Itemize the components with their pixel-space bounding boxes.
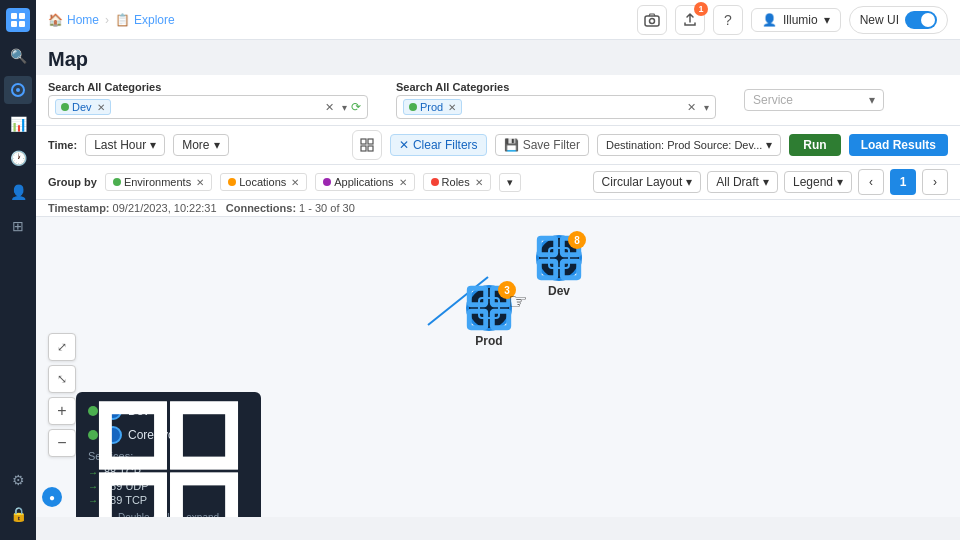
dev-tag-remove[interactable]: ✕	[97, 102, 105, 113]
sidebar-item-reports[interactable]: 📊	[4, 110, 32, 138]
groupby-row: Group by Environments ✕ Locations ✕ Appl…	[36, 165, 960, 200]
table-icon-button[interactable]	[352, 130, 382, 160]
tooltip-card: Dev CoreSvcs Services: → 88 TCP → 389 UD…	[76, 392, 261, 517]
time-label: Time:	[48, 139, 77, 151]
timestamp-value: 09/21/2023, 10:22:31	[113, 202, 217, 214]
service-arrow-3: →	[88, 495, 98, 506]
service-arrow-2: →	[88, 481, 98, 492]
illumio-menu[interactable]: 👤 Illumio ▾	[751, 8, 841, 32]
left-filter-refresh[interactable]: ⟳	[351, 100, 361, 114]
time-range-button[interactable]: Last Hour ▾	[85, 134, 165, 156]
prod-node-label: Prod	[475, 334, 502, 348]
left-filter-clear[interactable]: ✕	[321, 101, 338, 114]
prod-node-icon-wrapper: 3	[466, 285, 512, 331]
camera-button[interactable]	[637, 5, 667, 35]
right-filter-chevron[interactable]: ▾	[704, 102, 709, 113]
svg-rect-11	[368, 146, 373, 151]
dev-node-badge: 8	[568, 231, 586, 249]
sidebar-item-search[interactable]: 🔍	[4, 42, 32, 70]
dev-node[interactable]: 8 Dev	[536, 235, 582, 298]
clear-filters-button[interactable]: ✕ Clear Filters	[390, 134, 487, 156]
layout-button[interactable]: Circular Layout ▾	[593, 171, 702, 193]
upload-button[interactable]: 1	[675, 5, 705, 35]
chevron-down-icon: ▾	[824, 13, 830, 27]
connections-label: Connections:	[226, 202, 296, 214]
timestamp-bar: Timestamp: 09/21/2023, 10:22:31 Connecti…	[36, 200, 960, 217]
tooltip-service-1: → 88 TCP	[88, 466, 249, 478]
left-filter-chevron[interactable]: ▾	[342, 102, 347, 113]
prod-tag[interactable]: Prod ✕	[403, 99, 462, 115]
prod-node[interactable]: 3 Prod	[466, 285, 512, 348]
breadcrumb: 🏠 Home › 📋 Explore	[48, 13, 175, 27]
center-button[interactable]: ●	[42, 487, 62, 507]
right-filter-input[interactable]: Prod ✕ ✕ ▾	[396, 95, 716, 119]
group-roles[interactable]: Roles ✕	[423, 173, 491, 191]
dev-tag[interactable]: Dev ✕	[55, 99, 111, 115]
svg-point-7	[649, 18, 654, 23]
prod-node-inner	[478, 297, 500, 319]
compress-button[interactable]: ⤡	[48, 365, 76, 393]
more-button[interactable]: More ▾	[173, 134, 228, 156]
mouse-cursor: ☞	[508, 289, 528, 315]
tooltip-checkbox-dev[interactable]	[88, 406, 98, 416]
breadcrumb-explore[interactable]: 📋 Explore	[115, 13, 175, 27]
zoom-in-button[interactable]: +	[48, 397, 76, 425]
load-results-button[interactable]: Load Results	[849, 134, 948, 156]
left-filter-input[interactable]: Dev ✕ ✕ ▾ ⟳	[48, 95, 368, 119]
prod-tag-remove[interactable]: ✕	[448, 102, 456, 113]
groupby-right: Circular Layout ▾ All Draft ▾ Legend ▾ ‹…	[593, 169, 948, 195]
group-locations[interactable]: Locations ✕	[220, 173, 307, 191]
new-ui-toggle[interactable]: New UI	[849, 6, 948, 34]
group-expand[interactable]: ▾	[499, 173, 521, 192]
destination-button[interactable]: Destination: Prod Source: Dev... ▾	[597, 134, 781, 156]
group-environments[interactable]: Environments ✕	[105, 173, 212, 191]
prev-page-button[interactable]: ‹	[858, 169, 884, 195]
svg-rect-25	[469, 288, 485, 304]
save-filter-button[interactable]: 💾 Save Filter	[495, 134, 589, 156]
zoom-out-button[interactable]: −	[48, 429, 76, 457]
environments-remove[interactable]: ✕	[196, 177, 204, 188]
roles-remove[interactable]: ✕	[475, 177, 483, 188]
next-page-button[interactable]: ›	[922, 169, 948, 195]
service-select[interactable]: Service ▾	[744, 89, 884, 111]
right-filter-clear[interactable]: ✕	[683, 101, 700, 114]
toolbar-row: Time: Last Hour ▾ More ▾ ✕ Clear Filters…	[36, 126, 960, 165]
dev-tag-dot	[61, 103, 69, 111]
svg-rect-27	[469, 311, 485, 327]
save-icon: 💾	[504, 138, 519, 152]
sidebar-item-lock[interactable]: 🔒	[4, 500, 32, 528]
toolbar-right: ✕ Clear Filters 💾 Save Filter Destinatio…	[352, 130, 948, 160]
svg-point-5	[16, 88, 20, 92]
toggle-switch[interactable]	[905, 11, 937, 29]
page-title: Map	[48, 48, 948, 71]
tooltip-checkbox-coresvc[interactable]	[88, 430, 98, 440]
legend-button[interactable]: Legend ▾	[784, 171, 852, 193]
draft-button[interactable]: All Draft ▾	[707, 171, 778, 193]
breadcrumb-home[interactable]: 🏠 Home	[48, 13, 99, 27]
sidebar-item-settings[interactable]: ⚙	[4, 466, 32, 494]
fullscreen-button[interactable]: ⤢	[48, 333, 76, 361]
toggle-knob	[921, 13, 935, 27]
applications-remove[interactable]: ✕	[399, 177, 407, 188]
sidebar-item-users[interactable]: 👤	[4, 178, 32, 206]
sidebar-item-grid[interactable]: ⊞	[4, 212, 32, 240]
sidebar-item-map[interactable]	[4, 76, 32, 104]
run-button[interactable]: Run	[789, 134, 840, 156]
tooltip-hint-expand[interactable]: Double-click to expand	[88, 512, 249, 517]
page-title-bar: Map	[36, 40, 960, 75]
draft-chevron: ▾	[763, 175, 769, 189]
tooltip-coresvc-icon	[104, 426, 122, 444]
topbar: 🏠 Home › 📋 Explore 1 ? 👤 Illumio ▾	[36, 0, 960, 40]
sidebar-item-clock[interactable]: 🕐	[4, 144, 32, 172]
svg-rect-9	[368, 139, 373, 144]
breadcrumb-separator: ›	[105, 13, 109, 27]
help-button[interactable]: ?	[713, 5, 743, 35]
tooltip-services-label: Services:	[88, 450, 249, 462]
time-chevron: ▾	[150, 138, 156, 152]
layout-chevron: ▾	[686, 175, 692, 189]
legend-chevron: ▾	[837, 175, 843, 189]
canvas[interactable]: Dev CoreSvcs Services: → 88 TCP → 389 UD…	[36, 217, 960, 517]
locations-remove[interactable]: ✕	[291, 177, 299, 188]
service-arrow-1: →	[88, 467, 98, 478]
group-applications[interactable]: Applications ✕	[315, 173, 414, 191]
